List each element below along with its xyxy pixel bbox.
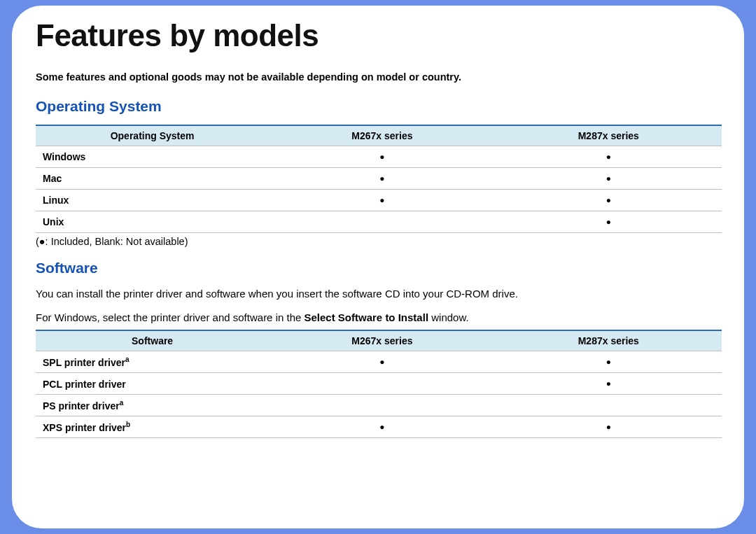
software-paragraph-2: For Windows, select the printer driver a… (36, 310, 722, 325)
row-label-text: PS printer driver (43, 400, 120, 411)
row-label: Mac (36, 168, 269, 190)
row-label-text: SPL printer driver (43, 356, 125, 367)
col-header: M267x series (269, 330, 495, 351)
row-label: XPS printer driverb (36, 416, 269, 437)
row-label-text: XPS printer driver (43, 421, 126, 433)
document-page: Features by models Some features and opt… (12, 6, 744, 528)
row-label-text: PCL printer driver (43, 378, 126, 389)
bold-text: Select Software to Install (304, 311, 429, 323)
cell: ● (269, 190, 495, 211)
row-label: SPL printer drivera (36, 351, 269, 372)
software-paragraph-1: You can install the printer driver and s… (36, 286, 722, 302)
table-row: XPS printer driverb ● ● (36, 416, 722, 437)
os-table: Operating System M267x series M287x seri… (36, 125, 722, 233)
software-table: Software M267x series M287x series SPL p… (36, 330, 722, 438)
cell: ● (496, 372, 722, 394)
text: For Windows, select the printer driver a… (36, 311, 304, 323)
table-row: Mac ● ● (36, 168, 722, 190)
cell: ● (496, 190, 722, 211)
page-title: Features by models (36, 18, 722, 53)
cell: ● (496, 351, 722, 372)
text: window. (428, 311, 469, 323)
footnote-mark: a (125, 356, 130, 363)
section-heading-software: Software (36, 260, 722, 276)
section-heading-os: Operating System (36, 98, 722, 115)
footnote-mark: b (126, 421, 130, 428)
table-row: PCL printer driver ● (36, 372, 722, 394)
footnote-mark: a (120, 399, 124, 407)
row-label: PS printer drivera (36, 394, 269, 416)
table-header-row: Operating System M267x series M287x seri… (36, 125, 722, 146)
table-row: PS printer drivera (36, 394, 722, 416)
cell (269, 394, 495, 416)
table-row: Windows ● ● (36, 146, 722, 168)
intro-note: Some features and optional goods may not… (36, 71, 722, 83)
col-header: M267x series (269, 125, 495, 146)
col-header: M287x series (496, 125, 722, 146)
cell (496, 394, 722, 416)
col-header: Software (36, 330, 269, 351)
cell: ● (269, 416, 495, 437)
row-label: Unix (36, 211, 269, 233)
col-header: Operating System (36, 125, 269, 146)
cell: ● (269, 146, 495, 168)
table-header-row: Software M267x series M287x series (36, 330, 722, 351)
cell (269, 372, 495, 394)
row-label: Windows (36, 146, 269, 168)
cell: ● (496, 416, 722, 437)
cell: ● (269, 351, 495, 372)
cell: ● (496, 211, 722, 233)
row-label: PCL printer driver (36, 372, 269, 394)
table-row: Unix ● (36, 211, 722, 233)
table-row: Linux ● ● (36, 190, 722, 211)
cell (269, 211, 495, 233)
cell: ● (496, 146, 722, 168)
table-row: SPL printer drivera ● ● (36, 351, 722, 372)
cell: ● (269, 168, 495, 190)
table-legend: (●: Included, Blank: Not available) (36, 236, 722, 247)
cell: ● (496, 168, 722, 190)
col-header: M287x series (496, 330, 722, 351)
row-label: Linux (36, 190, 269, 211)
